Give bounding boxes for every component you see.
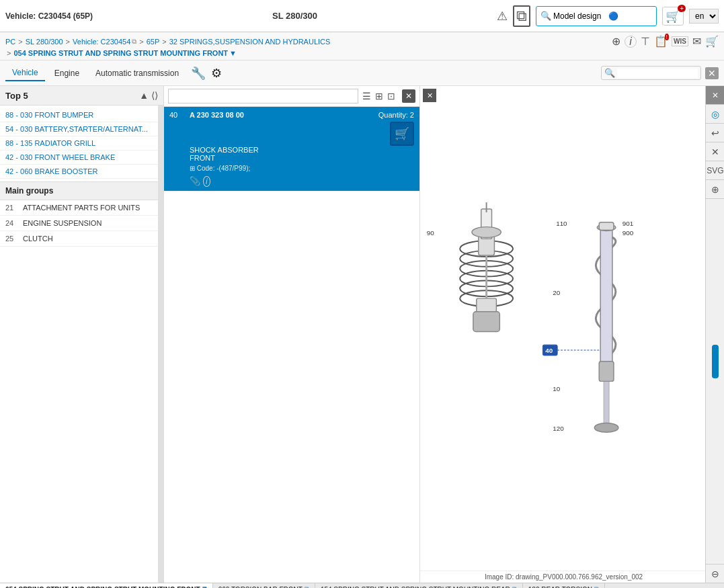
main-layout: Top 5 ▲ ⟨⟩ 88 - 030 FRONT BUMPER 54 - 03… [0,86,724,583]
top5-list: 88 - 030 FRONT BUMPER 54 - 030 BATTERY,S… [0,106,158,181]
svg-text:900: 900 [622,229,634,237]
left-panel: Top 5 ▲ ⟨⟩ 88 - 030 FRONT BUMPER 54 - 03… [0,86,164,583]
bottom-tab-2[interactable]: 154 SPRING STRUT AND SPRING STRUT MOUNTI… [315,583,523,588]
ra-svg-btn[interactable]: SVG [706,161,724,180]
part-details: A 230 323 08 00 Quantity: 2 🛒 SHOCK ABSO… [190,111,414,187]
breadcrumb-vehicle[interactable]: Vehicle: C230454 [73,38,130,46]
diagram-panel: ✕ ✕ ◎ ↩ ✕ SVG ⊕ ⊖ [419,86,724,583]
tab-engine[interactable]: Engine [48,66,86,81]
parts-search-input[interactable] [168,89,358,103]
bottom-tab-icon-1[interactable]: ⧉ [305,585,309,588]
ra-zoomin-btn[interactable]: ⊕ [706,180,724,199]
part-item-40[interactable]: 40 A 230 323 08 00 Quantity: 2 🛒 SHOCK A… [164,107,419,192]
mail-icon[interactable]: ✉ [692,35,701,48]
breadcrumb-springs[interactable]: 32 SPRINGS,SUSPENSION AND HYDRAULICS [169,38,331,46]
breadcrumb-pc[interactable]: PC [5,38,15,46]
list-view-icon[interactable]: ☰ [361,89,372,103]
tab-automatic-transmission[interactable]: Automatic transmission [89,66,186,81]
main-group-24[interactable]: 24 ENGINE SUSPENSION [0,216,158,231]
part-number: 40 [169,111,186,119]
main-group-21[interactable]: 21 ATTACHMENT PARTS FOR UNITS [0,200,158,216]
top5-expand-icon[interactable]: ⟨⟩ [151,90,158,101]
bottom-tabs: 054 SPRING STRUT AND SPRING STRUT MOUNTI… [0,583,724,588]
search-icon: 🔍 [540,11,551,21]
toolbar-search-input[interactable] [617,69,698,78]
info-icon[interactable]: i [625,36,637,48]
copy-icon[interactable]: ⧉ [513,5,530,27]
top5-title: Top 5 [5,91,28,101]
part-code: A 230 323 08 00 [190,111,378,119]
svg-text:120: 120 [553,425,564,432]
model-search-box[interactable]: 🔍 🔵 [536,6,657,26]
top-bar: Vehicle: C230454 (65P) SL 280/300 ⚠ ⧉ 🔍 … [0,0,724,32]
main-group-label-24: ENGINE SUSPENSION [23,219,102,227]
svg-point-9 [472,227,501,238]
wis-icon[interactable]: WIS [672,36,688,46]
part-code-detail: ⊞ Code: -(487/P99); [190,165,414,172]
breadcrumb-row-2: > 054 SPRING STRUT AND SPRING STRUT MOUN… [5,49,719,57]
ra-scrollbar-thumb[interactable] [712,345,719,378]
warning-icon[interactable]: ⚠ [497,9,508,24]
bottom-strip: 054 SPRING STRUT AND SPRING STRUT MOUNTI… [0,583,724,588]
zoom-in-icon[interactable]: ⊕ [612,35,620,48]
top5-collapse-icon[interactable]: ▲ [139,90,149,101]
part-icons: 📎 i [190,176,414,187]
toolbar-search[interactable]: 🔍 [601,66,701,80]
bottom-tab-icon-2[interactable]: ⧉ [512,585,517,588]
ra-history-btn[interactable]: ↩ [706,124,724,142]
tab-icon-2[interactable]: ⚙ [211,66,222,81]
model-label: SL 280/300 [93,11,497,21]
tab-icon-1[interactable]: 🔧 [191,66,206,81]
bottom-tab-label-2: 154 SPRING STRUT AND SPRING STRUT MOUNTI… [321,586,510,589]
breadcrumb-65p[interactable]: 65P [147,38,160,46]
ra-scroll-area [706,199,724,564]
top5-item-2[interactable]: 88 - 135 RADIATOR GRILL [0,136,158,151]
bottom-tab-3[interactable]: 180 REAR TORSION ⧉ [523,583,605,588]
left-scrollbar[interactable] [158,106,163,583]
part-cart-btn[interactable]: 🛒 [390,122,414,146]
bottom-tab-1[interactable]: 060 TORSION BAR,FRONT ⧉ [213,583,315,588]
tabs-bar: Vehicle Engine Automatic transmission 🔧 … [0,60,724,86]
diagram-svg: 90 110 [420,86,705,571]
filter-icon[interactable]: ⊤ [641,35,650,48]
svg-rect-14 [604,375,609,428]
top5-item-0[interactable]: 88 - 030 FRONT BUMPER [0,108,158,122]
top5-item-3[interactable]: 42 - 030 FRONT WHEEL BRAKE [0,151,158,165]
svg-text:110: 110 [556,220,567,227]
diagram-overlay-close[interactable]: ✕ [423,89,436,102]
part-bookmark-icon[interactable]: 📎 [190,176,200,187]
breadcrumb-dropdown-icon[interactable]: ▼ [229,49,237,57]
model-search-input[interactable] [553,11,607,21]
breadcrumb-model[interactable]: SL 280/300 [26,38,63,46]
left-assembly [460,202,513,331]
copy-vehicle-icon[interactable]: ⧉ [132,38,136,46]
bottom-tab-icon-0[interactable]: ⧉ [202,585,207,588]
ra-close-btn[interactable]: ✕ [706,86,724,105]
fullscreen-icon[interactable]: ⊡ [386,89,397,103]
bottom-tab-icon-3[interactable]: ⧉ [594,585,599,588]
cart-icon[interactable]: 🛒+ [662,7,684,26]
main-group-label-21: ATTACHMENT PARTS FOR UNITS [23,204,140,212]
parts-close-btn[interactable]: ✕ [402,89,415,103]
breadcrumb-bar: PC > SL 280/300 > Vehicle: C230454 ⧉ > 6… [0,32,724,60]
tab-vehicle[interactable]: Vehicle [5,65,45,81]
cart-action-icon[interactable]: 🛒 [705,35,719,48]
top5-item-4[interactable]: 42 - 060 BRAKE BOOSTER [0,165,158,179]
parts-items: 40 A 230 323 08 00 Quantity: 2 🛒 SHOCK A… [164,107,419,583]
part-info-icon[interactable]: i [203,176,210,187]
ra-close2-btn[interactable]: ✕ [706,142,724,161]
bottom-tab-label-0: 054 SPRING STRUT AND SPRING STRUT MOUNTI… [5,586,200,589]
toolbar-close-icon[interactable]: ✕ [705,67,719,79]
language-select[interactable]: en de fr [689,9,719,24]
breadcrumb-spring-strut[interactable]: 054 SPRING STRUT AND SPRING STRUT MOUNTI… [13,49,228,57]
left-panel-inner: 88 - 030 FRONT BUMPER 54 - 030 BATTERY,S… [0,106,163,583]
ra-zoomout-btn[interactable]: ⊖ [706,564,724,583]
ra-target-btn[interactable]: ◎ [706,105,724,124]
toolbar-right: 🔍 ✕ [601,66,719,80]
main-group-25[interactable]: 25 CLUTCH [0,231,158,247]
grid-view-icon[interactable]: ⊞ [374,89,385,103]
bottom-tab-0[interactable]: 054 SPRING STRUT AND SPRING STRUT MOUNTI… [0,583,213,588]
vehicle-label: Vehicle: C230454 (65P) [5,11,93,21]
note-icon[interactable]: 📋! [654,35,668,48]
top5-item-1[interactable]: 54 - 030 BATTERY,STARTER/ALTERNAT... [0,122,158,136]
